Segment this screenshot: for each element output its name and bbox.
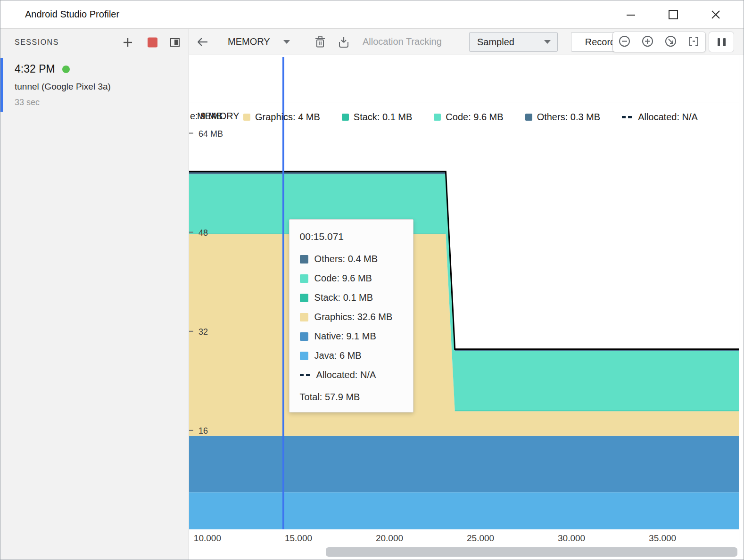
tooltip-row: Stack: 0.1 MB [300,292,403,303]
tooltip-row: Native: 9.1 MB [300,331,403,342]
legend-label: Graphics: 4 MB [255,112,320,123]
reset-zoom-icon [664,35,677,48]
stop-session-button[interactable] [148,38,157,48]
maximize-button[interactable] [652,0,694,28]
trash-icon [314,35,327,49]
profiler-toolbar: MEMORY Allocation Tracking Sampled [189,29,744,55]
profiler-type-label: MEMORY [228,36,270,47]
legend-label: Code: 9.6 MB [446,112,503,123]
tooltip-row-label: Allocated: N/A [316,370,376,380]
delete-button[interactable] [314,35,327,50]
area-java [189,492,739,529]
tooltip-time: 00:15.071 [300,231,403,242]
live-status-dot [62,66,70,73]
x-tick-label: 30.000 [558,533,585,544]
memory-timeline[interactable]: 64 MB483216 e: 9 MB MEMORY Graphics: 4 M… [189,55,744,530]
legend-label: Allocated: N/A [638,112,698,123]
export-heap-dump-icon [337,35,350,49]
pause-live-button[interactable] [709,32,734,52]
frame-selection-icon [687,35,700,48]
reset-zoom-button[interactable] [664,35,677,49]
zoom-out-icon [618,35,631,48]
legend-items: Graphics: 4 MBStack: 0.1 MBCode: 9.6 MBO… [243,110,698,124]
series-color-swatch [525,114,532,121]
plus-icon [122,37,133,48]
tooltip-total: Total: 57.9 MB [300,392,403,403]
x-tick-label: 25.000 [467,533,494,544]
series-color-swatch [300,294,308,302]
memory-stacked-area-chart: 64 MB483216 [189,57,739,529]
scrollbar-thumb[interactable] [326,547,737,557]
pause-icon [718,38,720,46]
minimize-icon [624,8,637,21]
close-icon [709,8,722,21]
chart-legend: e: 9 MB MEMORY Graphics: 4 MBStack: 0.1 … [189,110,739,124]
time-axis: 10.00015.00020.00025.00030.00035.000 [189,530,739,545]
window-title: Android Studio Profiler [25,0,119,28]
back-button[interactable] [195,35,210,51]
session-duration: 33 sec [15,98,40,107]
tooltip-row: Code: 9.6 MB [300,273,403,284]
tooltip-row-label: Stack: 0.1 MB [314,292,373,303]
sessions-panel: SESSIONS 4:32 PM tunnel (Google Pixel 3a… [0,29,189,560]
sessions-header: SESSIONS [0,29,189,56]
series-color-swatch [300,313,308,321]
zoom-out-button[interactable] [618,35,631,49]
capture-export-button[interactable] [337,35,350,50]
title-bar: Android Studio Profiler [0,0,744,29]
collapse-panel-button[interactable] [169,37,181,48]
sampling-mode-value: Sampled [477,37,514,48]
legend-item: Others: 0.3 MB [525,112,601,123]
back-arrow-icon [195,35,210,49]
profiler-window: Android Studio Profiler SESSIONS [0,0,744,560]
close-button[interactable] [694,0,737,28]
tooltip-row: Allocated: N/A [300,370,403,380]
tooltip-row-label: Native: 9.1 MB [314,331,376,342]
series-color-swatch [342,114,349,121]
tooltip-rows: Others: 0.4 MBCode: 9.6 MBStack: 0.1 MBG… [300,254,403,380]
y-tick-label: 32 [198,327,208,337]
sampling-mode-select[interactable]: Sampled [469,32,558,52]
tooltip-row-label: Java: 6 MB [314,350,362,361]
series-color-swatch [434,114,441,121]
legend-item: Code: 9.6 MB [434,112,503,123]
legend-item: Allocated: N/A [622,112,698,123]
stop-icon [148,38,157,48]
zoom-in-icon [641,35,654,48]
y-tick-label: 64 MB [198,129,223,139]
sessions-title: SESSIONS [15,38,59,47]
y-tick-label: 48 [198,228,208,238]
sidebar-panel-icon [169,37,181,48]
session-item[interactable]: 4:32 PM tunnel (Google Pixel 3a) 33 sec [0,56,189,115]
record-label: Record [585,37,615,48]
minimize-button[interactable] [610,0,652,28]
zoom-to-selection-button[interactable] [687,35,700,49]
area-native [189,436,739,492]
series-color-swatch [300,274,308,283]
timeline-selection-line[interactable] [282,57,284,529]
tooltip-row: Java: 6 MB [300,350,403,361]
x-tick-label: 35.000 [649,533,676,544]
maximize-icon [667,8,680,21]
profiler-type-select[interactable]: MEMORY [228,29,290,55]
session-device: tunnel (Google Pixel 3a) [15,82,111,92]
zoom-controls [612,32,706,52]
chevron-down-icon [544,40,551,44]
chevron-down-icon [283,40,290,44]
legend-item: Stack: 0.1 MB [342,112,413,123]
series-color-swatch [243,114,250,121]
series-color-swatch [300,255,308,264]
zoom-in-button[interactable] [641,35,654,49]
window-controls [610,0,737,28]
add-session-button[interactable] [122,37,133,48]
series-color-swatch [300,332,308,341]
allocated-dash-swatch [300,374,310,376]
legend-item: Graphics: 4 MB [243,112,320,123]
tooltip-row: Graphics: 32.6 MB [300,312,403,322]
session-time: 4:32 PM [15,63,55,75]
tooltip-row-label: Graphics: 32.6 MB [314,312,393,322]
series-color-swatch [300,352,308,360]
horizontal-scrollbar [189,545,744,560]
vertical-scrollbar-gutter [739,55,744,545]
legend-label: Stack: 0.1 MB [354,112,413,123]
